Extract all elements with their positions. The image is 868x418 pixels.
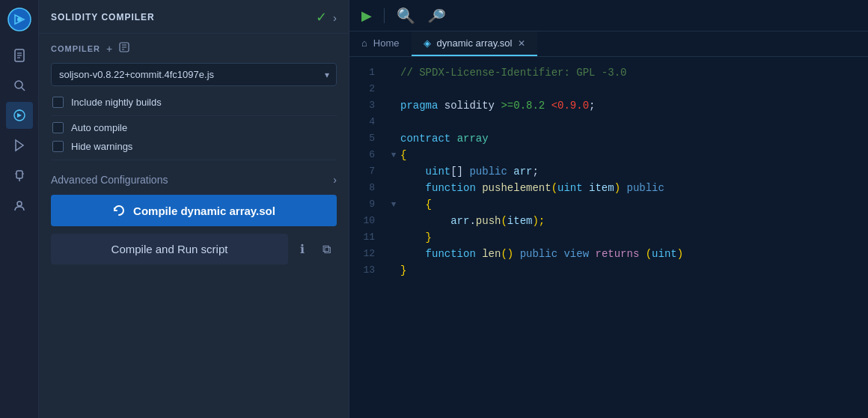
line-fold-icon[interactable]: ▼ [387, 147, 400, 163]
line-number: 3 [349, 97, 387, 114]
play-icon[interactable]: ▶ [358, 4, 375, 27]
line-content: } [400, 229, 868, 246]
line-number: 8 [349, 180, 387, 196]
code-line: 3pragma solidity >=0.8.2 <0.9.0; [349, 97, 868, 114]
line-number: 6 [349, 147, 387, 163]
code-line: 4 [349, 114, 868, 130]
code-line: 2 [349, 81, 868, 97]
auto-compile-row: Auto compile [51, 122, 337, 133]
logo-icon[interactable] [6, 6, 33, 33]
code-line: 6▼{ [349, 147, 868, 163]
compiler-label: COMPILER [51, 44, 100, 53]
line-number: 1 [349, 64, 387, 81]
editor-toolbar: ▶ 🔍 🔍 [349, 0, 868, 31]
compile-button-label: Compile dynamic array.sol [133, 205, 275, 217]
auto-compile-checkbox[interactable] [52, 122, 64, 133]
file-tab-icon: ◈ [424, 37, 431, 49]
advanced-configs-label: Advanced Configurations [51, 174, 168, 186]
add-compiler-icon[interactable]: + [106, 43, 112, 55]
sidebar: SOLIDITY COMPILER ✓ › COMPILER + soljson… [39, 0, 349, 418]
tab-close-icon[interactable]: ✕ [518, 38, 525, 49]
home-tab-icon: ⌂ [361, 37, 367, 49]
info-icon[interactable]: ℹ [294, 236, 311, 262]
svg-rect-10 [16, 171, 22, 178]
code-line: 5contract array [349, 130, 868, 147]
compile-run-button[interactable]: Compile and Run script [51, 234, 288, 264]
code-line: 12 function len() public view returns (u… [349, 246, 868, 262]
line-content: { [400, 196, 868, 213]
files-icon[interactable] [6, 42, 33, 69]
hide-warnings-label[interactable]: Hide warnings [71, 141, 132, 152]
code-line: 7 uint[] public arr; [349, 163, 868, 180]
compile-run-label: Compile and Run script [111, 243, 228, 255]
line-number: 11 [349, 229, 387, 246]
tab-dynamic-array[interactable]: ◈ dynamic array.sol ✕ [412, 31, 538, 56]
compiler-version-wrapper: soljson-v0.8.22+commit.4fc1097e.js ▾ [51, 63, 337, 86]
compile-refresh-icon [112, 204, 126, 217]
svg-point-14 [17, 202, 22, 206]
code-line: 10 arr.push(item); [349, 213, 868, 229]
line-number: 4 [349, 114, 387, 130]
tab-home[interactable]: ⌂ Home [349, 31, 412, 56]
compiler-settings-icon[interactable] [118, 41, 130, 55]
check-icon: ✓ [316, 9, 327, 25]
hide-warnings-row: Hide warnings [51, 141, 337, 152]
tab-home-label: Home [373, 37, 400, 49]
line-fold-icon[interactable]: ▼ [387, 196, 400, 213]
divider-2 [51, 160, 337, 160]
line-number: 7 [349, 163, 387, 180]
line-content: pragma solidity >=0.8.2 <0.9.0; [400, 97, 868, 114]
svg-marker-9 [16, 140, 23, 151]
editor-area: ▶ 🔍 🔍 ⌂ Home ◈ dynamic array.sol ✕ 1// S… [349, 0, 868, 418]
code-line: 13} [349, 262, 868, 279]
line-number: 12 [349, 246, 387, 262]
auto-compile-label[interactable]: Auto compile [71, 122, 127, 133]
plugins-icon[interactable] [6, 192, 33, 219]
svg-point-6 [15, 81, 22, 88]
line-content: uint[] public arr; [400, 163, 868, 180]
icon-bar [0, 0, 39, 418]
code-container[interactable]: 1// SPDX-License-Identifier: GPL -3.023p… [349, 57, 868, 418]
debug-icon[interactable] [6, 162, 33, 189]
hide-warnings-checkbox[interactable] [52, 141, 64, 152]
code-line: 9▼ { [349, 196, 868, 213]
sidebar-header-icons: ✓ › [316, 9, 337, 25]
sidebar-header: SOLIDITY COMPILER ✓ › [39, 0, 349, 34]
line-content: function len() public view returns (uint… [400, 246, 868, 262]
compile-run-row: Compile and Run script ℹ ⧉ [51, 234, 337, 264]
code-line: 11 } [349, 229, 868, 246]
line-content: contract array [400, 130, 868, 147]
nightly-builds-label[interactable]: Include nightly builds [71, 97, 162, 108]
compiler-row: COMPILER + [51, 41, 337, 55]
zoom-in-icon[interactable]: 🔍 [394, 4, 418, 28]
line-number: 5 [349, 130, 387, 147]
forward-icon[interactable]: › [333, 11, 337, 24]
code-line: 8 function pushelement(uint item) public [349, 180, 868, 196]
tab-dynamic-array-label: dynamic array.sol [437, 37, 513, 49]
line-content: function pushelement(uint item) public [400, 180, 868, 196]
copy-icon[interactable]: ⧉ [317, 237, 337, 262]
deploy-icon[interactable] [6, 132, 33, 159]
line-number: 10 [349, 213, 387, 229]
line-content: // SPDX-License-Identifier: GPL -3.0 [400, 64, 868, 81]
nightly-builds-checkbox[interactable] [52, 97, 64, 108]
line-number: 2 [349, 81, 387, 97]
toolbar-separator [384, 8, 385, 23]
chevron-right-icon: › [333, 174, 337, 186]
svg-point-1 [17, 17, 22, 22]
line-content: } [400, 262, 868, 279]
svg-line-7 [22, 88, 25, 91]
compile-button[interactable]: Compile dynamic array.sol [51, 195, 337, 226]
divider-1 [51, 115, 337, 116]
compiler-section: COMPILER + soljson-v0.8.22+commit.4fc109… [39, 34, 349, 272]
code-line: 1// SPDX-License-Identifier: GPL -3.0 [349, 64, 868, 81]
compiler-icon[interactable] [6, 102, 33, 129]
editor-tabs: ⌂ Home ◈ dynamic array.sol ✕ [349, 31, 868, 57]
advanced-configs-row[interactable]: Advanced Configurations › [51, 166, 337, 195]
sidebar-title: SOLIDITY COMPILER [51, 12, 155, 22]
zoom-out-icon[interactable]: 🔍 [424, 5, 449, 25]
compiler-version-select[interactable]: soljson-v0.8.22+commit.4fc1097e.js [51, 63, 337, 86]
search-icon[interactable] [6, 72, 33, 99]
nightly-builds-row: Include nightly builds [51, 97, 337, 108]
line-content: arr.push(item); [400, 213, 868, 229]
